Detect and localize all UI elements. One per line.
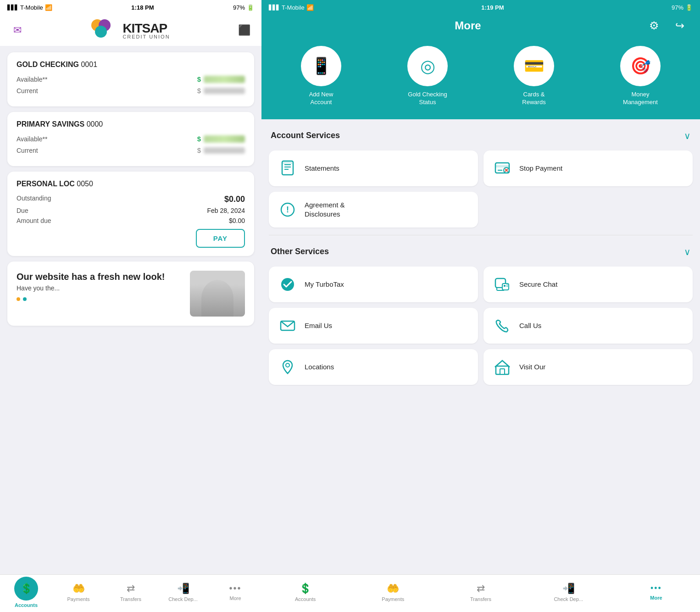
right-content: Account Services ∨ Statements <box>261 119 700 574</box>
primary-savings-available-value: $ <box>197 135 245 143</box>
right-signal-icon: ▋▋▋ <box>269 5 280 11</box>
secure-chat-icon <box>492 274 513 295</box>
svg-rect-4 <box>282 161 293 164</box>
battery-label: 97% <box>233 4 245 11</box>
logo-sub: CREDIT UNION <box>122 34 170 39</box>
call-card[interactable]: Call Us <box>483 308 693 344</box>
promo-sub: Have you the... <box>17 284 184 292</box>
visit-our-card[interactable]: Visit Our <box>483 349 693 385</box>
gold-checking-available-label: Available** <box>17 76 47 83</box>
accounts-icon: 💲 <box>14 577 38 601</box>
gold-checking-current-value: $ <box>197 87 245 95</box>
money-mgmt-icon-circle: 🎯 <box>620 46 661 86</box>
logo-circles <box>91 19 119 41</box>
nav-accounts[interactable]: 💲 Accounts <box>0 575 52 612</box>
add-account-icon: 📱 <box>311 56 332 76</box>
promo-card[interactable]: Our website has a fresh new look! Have y… <box>7 261 254 326</box>
other-services-chevron[interactable]: ∨ <box>684 246 691 257</box>
primary-savings-card[interactable]: PRIMARY SAVINGS 0000 Available** $ Curre… <box>7 112 254 166</box>
accounts-label: Accounts <box>15 602 38 608</box>
logo-area: KITSAP CREDIT UNION <box>91 19 170 41</box>
locations-card[interactable]: Locations <box>269 349 478 385</box>
carrier-label: T-Mobile <box>20 4 43 11</box>
primary-savings-available-row: Available** $ <box>17 135 245 143</box>
left-header: ✉ KITSAP CREDIT UNION ⬛ <box>0 15 261 46</box>
transfers-icon: ⇄ <box>127 583 135 595</box>
right-header: More ⚙ ↪ <box>261 15 700 41</box>
svg-point-21 <box>286 363 289 367</box>
right-nav-accounts[interactable]: 💲 Accounts <box>261 575 349 612</box>
right-more-icon: ••• <box>650 584 662 593</box>
right-transfers-label: Transfers <box>470 596 491 602</box>
cards-rewards-icon-circle: 💳 <box>514 46 554 86</box>
promo-dot-1 <box>17 297 20 301</box>
quick-money-mgmt[interactable]: 🎯 MoneyManagement <box>590 46 691 106</box>
call-label: Call Us <box>519 321 541 330</box>
other-services-title: Other Services <box>271 247 329 256</box>
right-header-title: More <box>291 19 645 32</box>
right-nav-more[interactable]: ••• More <box>612 575 700 612</box>
gold-checking-current-amount <box>204 88 245 94</box>
primary-savings-current-amount <box>204 147 245 154</box>
right-nav-payments[interactable]: 🤲 Payments <box>349 575 437 612</box>
right-panel: ▋▋▋ T-Mobile 📶 1:19 PM 97% 🔋 More ⚙ ↪ 📱 … <box>261 0 700 612</box>
right-payments-label: Payments <box>382 596 404 602</box>
nav-check-deposit[interactable]: 📲 Check Dep... <box>157 575 209 612</box>
profile-icon[interactable]: ⬛ <box>236 22 252 39</box>
amount-due-value: $0.00 <box>229 217 245 224</box>
right-payments-icon: 🤲 <box>387 583 399 595</box>
logout-icon[interactable]: ↪ <box>671 19 689 32</box>
gear-icon[interactable]: ⚙ <box>645 19 663 32</box>
quick-gold-checking[interactable]: ◎ Gold CheckingStatus <box>377 46 478 106</box>
due-value: Feb 28, 2024 <box>207 207 245 214</box>
visit-our-label: Visit Our <box>519 362 545 372</box>
left-status-bar: ▋▋▋ T-Mobile 📶 1:18 PM 97% 🔋 <box>0 0 261 15</box>
right-more-label: More <box>650 595 662 601</box>
personal-loc-card[interactable]: PERSONAL LOC 0050 Outstanding $0.00 Due … <box>7 172 254 256</box>
right-transfers-icon: ⇄ <box>477 583 485 595</box>
right-bottom-nav: 💲 Accounts 🤲 Payments ⇄ Transfers 📲 Chec… <box>261 574 700 612</box>
nav-payments[interactable]: 🤲 Payments <box>52 575 105 612</box>
locations-icon <box>277 356 298 378</box>
agreement-card[interactable]: ! Agreement &Disclosures <box>269 192 478 228</box>
logo-text-area: KITSAP CREDIT UNION <box>122 21 170 39</box>
gold-checking-available-amount <box>204 76 245 83</box>
gold-checking-current-label: Current <box>17 87 38 95</box>
gold-checking-card[interactable]: GOLD CHECKING 0001 Available** $ Current… <box>7 52 254 106</box>
wifi-icon: 📶 <box>45 4 52 11</box>
stop-payment-card[interactable]: Stop Payment <box>483 150 693 186</box>
primary-savings-title: PRIMARY SAVINGS 0000 <box>17 120 245 128</box>
account-services-chevron[interactable]: ∨ <box>684 130 691 141</box>
pay-button[interactable]: PAY <box>196 229 245 248</box>
svg-text:!: ! <box>286 205 289 214</box>
left-time: 1:18 PM <box>131 4 154 11</box>
right-carrier: T-Mobile <box>282 4 305 11</box>
amount-due-label: Amount due <box>17 217 51 224</box>
statements-label: Statements <box>305 164 339 173</box>
turbotax-card[interactable]: My TurboTax <box>269 267 478 302</box>
nav-more-left[interactable]: ••• More <box>209 575 261 612</box>
quick-cards-rewards[interactable]: 💳 Cards &Rewards <box>483 46 584 106</box>
right-battery-label: 97% <box>672 4 683 11</box>
statements-card[interactable]: Statements <box>269 150 478 186</box>
promo-image <box>190 271 245 317</box>
secure-chat-card[interactable]: Secure Chat <box>483 267 693 302</box>
cards-rewards-icon: 💳 <box>524 56 544 76</box>
money-mgmt-icon: 🎯 <box>630 56 651 76</box>
account-services-title: Account Services <box>271 131 340 140</box>
due-label: Due <box>17 207 28 214</box>
quick-add-account[interactable]: 📱 Add NewAccount <box>271 46 372 106</box>
stop-payment-label: Stop Payment <box>519 164 562 173</box>
left-bottom-nav: 💲 Accounts 🤲 Payments ⇄ Transfers 📲 Chec… <box>0 574 261 612</box>
email-card[interactable]: Email Us <box>269 308 478 344</box>
signal-icon: ▋▋▋ <box>7 5 18 11</box>
message-icon[interactable]: ✉ <box>9 22 26 39</box>
right-battery-icon: 🔋 <box>685 4 693 11</box>
cards-rewards-label: Cards &Rewards <box>522 91 545 106</box>
agreement-label: Agreement &Disclosures <box>305 200 345 218</box>
right-nav-check-deposit[interactable]: 📲 Check Dep... <box>525 575 612 612</box>
right-nav-transfers[interactable]: ⇄ Transfers <box>437 575 524 612</box>
gold-checking-current-row: Current $ <box>17 87 245 95</box>
nav-transfers[interactable]: ⇄ Transfers <box>105 575 157 612</box>
right-status-left: ▋▋▋ T-Mobile 📶 <box>269 4 314 11</box>
